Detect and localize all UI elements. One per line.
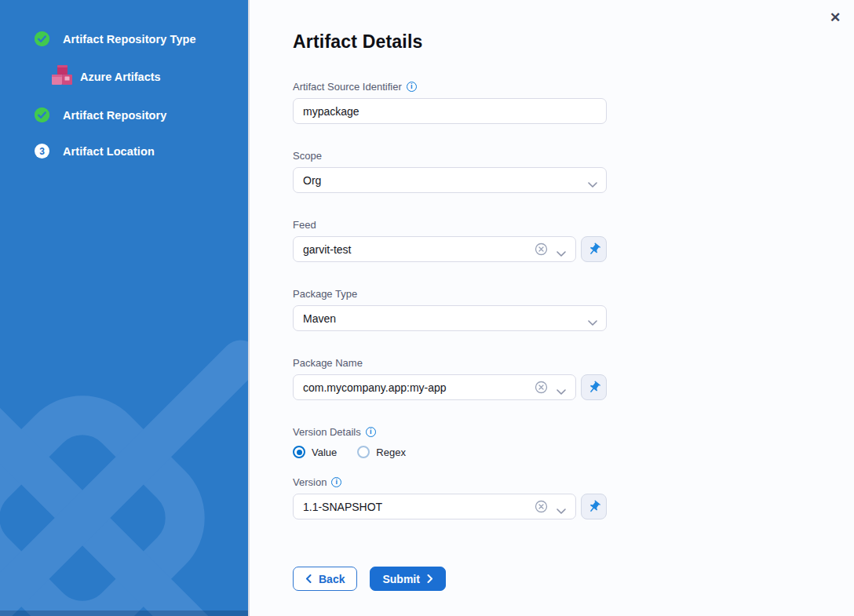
- feed-input[interactable]: [293, 236, 576, 262]
- field-label: Package Type: [293, 288, 357, 300]
- field-label: Version Details: [293, 426, 361, 438]
- back-button-label: Back: [319, 573, 345, 585]
- step-done-check-icon: [35, 31, 49, 46]
- chevron-down-icon[interactable]: [557, 246, 566, 261]
- radio-label: Value: [312, 447, 337, 458]
- sidebar-bottom-strip: [0, 611, 248, 616]
- step-artifact-location[interactable]: 3 Artifact Location: [35, 144, 248, 159]
- brand-watermark-logo: [0, 337, 248, 616]
- radio-label: Regex: [376, 447, 406, 458]
- version-input[interactable]: [293, 494, 576, 519]
- step-label: Artifact Repository: [63, 109, 166, 122]
- field-package-name: Package Name: [293, 357, 607, 400]
- field-label: Feed: [293, 219, 316, 231]
- field-feed: Feed: [293, 219, 607, 262]
- field-label: Package Name: [293, 357, 363, 369]
- wizard-sidebar: Artifact Repository Type Azure Artifacts: [0, 0, 248, 616]
- radio-selected-icon[interactable]: [293, 446, 305, 458]
- pin-button[interactable]: [581, 494, 607, 519]
- chevron-down-icon[interactable]: [557, 504, 566, 518]
- step-artifact-repository-type[interactable]: Artifact Repository Type: [35, 31, 248, 46]
- step-number-badge: 3: [35, 144, 49, 159]
- package-name-input[interactable]: [293, 374, 576, 400]
- field-version: Version i: [293, 476, 607, 519]
- clear-icon[interactable]: [535, 242, 548, 259]
- field-artifact-source-identifier: Artifact Source Identifier i: [293, 81, 607, 124]
- field-label: Version: [293, 476, 327, 488]
- sidebar-item-label: Azure Artifacts: [80, 71, 161, 83]
- radio-value[interactable]: Value: [293, 446, 337, 458]
- field-label: Scope: [293, 150, 322, 162]
- feed-combobox[interactable]: [293, 236, 576, 262]
- close-icon[interactable]: ✕: [826, 8, 845, 27]
- field-package-type: Package Type: [293, 288, 607, 331]
- version-combobox[interactable]: [293, 494, 576, 519]
- sidebar-item-azure-artifacts[interactable]: Azure Artifacts: [51, 64, 248, 89]
- submit-button-label: Submit: [382, 573, 419, 585]
- chevron-down-icon[interactable]: [557, 385, 566, 399]
- package-type-select[interactable]: [293, 305, 607, 331]
- azure-artifacts-icon: [51, 64, 73, 89]
- step-label: Artifact Repository Type: [63, 33, 196, 46]
- pin-button[interactable]: [581, 236, 607, 262]
- clear-icon[interactable]: [535, 381, 548, 397]
- field-version-details: Version Details i Value Regex: [293, 426, 607, 458]
- pin-button[interactable]: [581, 374, 607, 400]
- info-icon[interactable]: i: [366, 427, 376, 437]
- chevron-left-icon: [305, 573, 312, 585]
- package-type-select-value[interactable]: [293, 305, 607, 331]
- artifact-details-panel: ✕ Artifact Details Artifact Source Ident…: [248, 0, 854, 616]
- identifier-input[interactable]: [293, 98, 607, 124]
- submit-button[interactable]: Submit: [370, 567, 445, 591]
- back-button[interactable]: Back: [293, 567, 357, 591]
- scope-select-value[interactable]: [293, 167, 607, 193]
- field-scope: Scope: [293, 150, 607, 193]
- chevron-right-icon: [427, 573, 433, 585]
- clear-icon[interactable]: [535, 500, 548, 516]
- radio-unselected-icon[interactable]: [357, 446, 370, 458]
- wizard-steps: Artifact Repository Type Azure Artifacts: [0, 0, 248, 159]
- package-name-combobox[interactable]: [293, 374, 576, 400]
- page-title: Artifact Details: [293, 31, 608, 53]
- scope-select[interactable]: [293, 167, 607, 193]
- step-artifact-repository[interactable]: Artifact Repository: [35, 108, 248, 122]
- radio-regex[interactable]: Regex: [357, 446, 406, 458]
- step-label: Artifact Location: [63, 145, 155, 158]
- field-label: Artifact Source Identifier: [293, 81, 402, 93]
- info-icon[interactable]: i: [407, 82, 417, 92]
- step-done-check-icon: [35, 108, 49, 122]
- info-icon[interactable]: i: [331, 477, 341, 487]
